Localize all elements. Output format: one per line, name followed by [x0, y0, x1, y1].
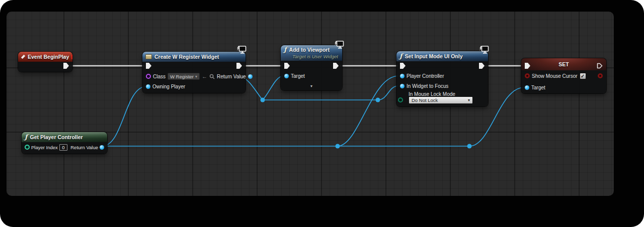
class-pin[interactable] — [146, 74, 151, 79]
return-value-label: Return Value — [217, 74, 246, 79]
reroute-node[interactable] — [336, 144, 340, 149]
browse-asset-icon[interactable] — [209, 74, 215, 79]
target-pin[interactable] — [284, 74, 289, 78]
node-title: Create W Register Widget — [154, 54, 219, 60]
node-header[interactable]: ƒ Get Player Controller — [22, 132, 107, 142]
advanced-pins-chevron-icon[interactable]: ▼ — [281, 84, 342, 88]
exec-out-pin[interactable] — [236, 63, 242, 69]
node-title: SET — [558, 61, 569, 67]
reset-to-default-icon[interactable]: ← — [202, 74, 207, 79]
player-index-label: Player Index — [31, 145, 58, 150]
exec-in-pin[interactable] — [284, 63, 290, 69]
output-value-pin[interactable] — [598, 73, 603, 78]
exec-out-pin[interactable] — [63, 63, 69, 69]
data-wire-to-inwidgettofocus — [378, 86, 398, 100]
return-value-pin[interactable] — [248, 74, 253, 79]
blueprint-editor-window: Event BeginPlay Create W Register Widget… — [0, 0, 644, 227]
mouse-lock-mode-select[interactable]: Do Not Lock ▾ — [409, 96, 473, 104]
function-icon: ƒ — [284, 47, 287, 53]
node-create-w-register-widget[interactable]: Create W Register Widget Class W Registe… — [142, 52, 246, 93]
node-header[interactable]: SET — [521, 58, 606, 70]
node-header[interactable]: ƒ Set Input Mode UI Only — [396, 51, 488, 61]
event-icon — [21, 55, 25, 59]
event-debug-icon — [71, 55, 72, 59]
exec-out-pin[interactable] — [333, 63, 339, 69]
return-value-pin[interactable] — [100, 145, 104, 150]
class-select-value: W Register — [170, 74, 194, 79]
player-controller-label: Player Controller — [407, 73, 444, 79]
widget-icon — [145, 54, 152, 59]
reroute-node[interactable] — [261, 98, 265, 102]
owning-player-pin[interactable] — [146, 84, 150, 89]
exec-out-pin[interactable] — [597, 63, 603, 69]
in-mouse-lock-mode-pin[interactable] — [398, 97, 403, 102]
node-header[interactable]: Event BeginPlay — [18, 52, 72, 62]
owning-player-label: Owning Player — [152, 84, 185, 89]
cosmetic-monitor-icon — [236, 46, 247, 54]
in-widget-to-focus-label: In Widget to Focus — [407, 83, 448, 89]
node-title: Set Input Mode UI Only — [405, 53, 463, 59]
player-index-input[interactable]: 0 — [59, 144, 67, 151]
exec-in-pin[interactable] — [400, 63, 406, 69]
show-mouse-cursor-pin[interactable] — [525, 73, 530, 78]
class-select[interactable]: W Register ▾ — [168, 73, 200, 80]
return-value-label: Return Value — [70, 145, 98, 150]
cosmetic-monitor-icon — [478, 46, 489, 54]
node-title: Get Player Controller — [30, 134, 83, 140]
class-pin-label: Class — [153, 74, 166, 79]
exec-in-pin[interactable] — [146, 63, 151, 69]
in-mouse-lock-mode-label: In Mouse Lock Mode — [409, 91, 455, 97]
node-header[interactable]: ƒ Add to Viewport Target is User Widget — [281, 45, 342, 61]
node-set-input-mode-ui-only[interactable]: ƒ Set Input Mode UI Only Player Controll… — [396, 51, 488, 106]
reroute-node[interactable] — [376, 98, 380, 102]
in-widget-to-focus-pin[interactable] — [400, 84, 405, 88]
node-header[interactable]: Create W Register Widget — [142, 52, 246, 62]
player-controller-pin[interactable] — [400, 74, 405, 78]
target-label: Target — [531, 85, 545, 90]
data-wire-playercontroller-to-owningplayer — [102, 86, 146, 146]
data-wire-to-playercontroller-pin — [338, 76, 398, 146]
node-title: Add to Viewport — [289, 47, 330, 53]
reroute-node[interactable] — [467, 144, 472, 149]
show-mouse-cursor-label: Show Mouse Cursor — [532, 73, 578, 79]
show-mouse-cursor-checkbox[interactable]: ✓ — [580, 73, 586, 79]
player-index-pin[interactable] — [25, 145, 30, 150]
target-label: Target — [291, 73, 305, 79]
cosmetic-monitor-icon — [334, 41, 344, 49]
function-icon: ƒ — [399, 53, 403, 59]
wire-layer — [0, 0, 644, 227]
node-set-show-mouse-cursor[interactable]: SET Show Mouse Cursor ✓ Target — [521, 58, 606, 93]
node-add-to-viewport[interactable]: ƒ Add to Viewport Target is User Widget … — [281, 45, 342, 90]
node-get-player-controller[interactable]: ƒ Get Player Controller Player Index 0 R… — [22, 132, 107, 154]
function-icon: ƒ — [25, 134, 28, 140]
chevron-down-icon: ▾ — [195, 74, 197, 79]
mouse-lock-mode-value: Do Not Lock — [412, 97, 438, 103]
node-subtitle: Target is User Widget — [292, 54, 339, 59]
target-pin[interactable] — [525, 85, 529, 90]
node-event-beginplay[interactable]: Event BeginPlay — [18, 52, 72, 72]
chevron-down-icon: ▾ — [468, 98, 470, 102]
node-title: Event BeginPlay — [28, 54, 69, 60]
exec-out-pin[interactable] — [479, 63, 485, 69]
